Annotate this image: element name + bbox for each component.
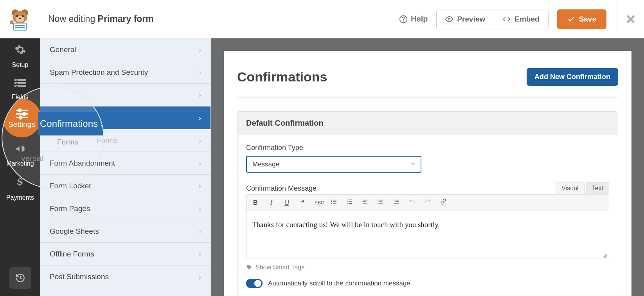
header: Now editing Primary form Help Preview Em… xyxy=(0,0,644,38)
sidebar-label: Setup xyxy=(12,61,29,69)
settings-item-form-locker[interactable]: Form Locker › xyxy=(40,175,210,197)
bullet-list-icon[interactable] xyxy=(330,199,337,207)
svg-point-12 xyxy=(403,21,404,21)
align-center-icon[interactable] xyxy=(377,199,384,207)
align-left-icon[interactable] xyxy=(362,199,369,207)
save-button[interactable]: Save xyxy=(557,9,606,29)
settings-item-label: Spam Protection and Security xyxy=(50,68,148,77)
close-icon xyxy=(625,13,637,25)
settings-item-label: Offline Forms xyxy=(50,250,94,258)
svg-point-13 xyxy=(448,18,450,20)
main-content: Confirmations Add New Confirmation Defau… xyxy=(224,51,631,296)
settings-item-form-pages[interactable]: Form Pages › xyxy=(40,197,210,220)
quote-icon[interactable]: ❝ xyxy=(299,199,306,207)
check-icon xyxy=(567,15,575,23)
redo-icon[interactable] xyxy=(424,199,431,207)
header-actions: Help Preview Embed Save xyxy=(399,0,644,38)
eye-icon xyxy=(445,15,453,23)
confirmation-box: Default Confirmation Confirmation Type M… xyxy=(237,111,618,296)
chevron-right-icon: › xyxy=(199,136,201,145)
chevron-right-icon: › xyxy=(199,91,201,99)
confirmation-box-title: Default Confirmation xyxy=(237,112,618,135)
close-button[interactable] xyxy=(617,0,644,38)
chevron-right-icon: › xyxy=(199,273,201,281)
app-logo[interactable] xyxy=(0,0,40,38)
italic-icon[interactable]: I xyxy=(268,199,275,207)
settings-item-label: Post Submissions xyxy=(50,273,109,281)
svg-point-36 xyxy=(331,203,332,204)
toggle-knob xyxy=(254,280,261,287)
svg-rect-35 xyxy=(333,201,336,202)
settings-item-label: Form Abandonment xyxy=(50,159,115,168)
auto-scroll-toggle[interactable] xyxy=(246,279,263,288)
chevron-right-icon: › xyxy=(199,250,201,258)
settings-item-label: Google Sheets xyxy=(50,227,99,236)
preview-label: Preview xyxy=(457,15,485,23)
auto-scroll-toggle-row: Automatically scroll to the confirmation… xyxy=(246,279,609,288)
page-title: Confirmations xyxy=(237,69,327,85)
svg-rect-37 xyxy=(333,203,336,203)
sidebar-item-marketing[interactable]: Marketing xyxy=(0,138,40,171)
confirmation-message-input[interactable]: Thanks for contacting us! We will be in … xyxy=(246,211,609,258)
undo-icon[interactable] xyxy=(408,199,416,207)
settings-item-offline-forms[interactable]: Offline Forms › xyxy=(40,243,210,265)
settings-item-confirmations[interactable]: Confirmations › xyxy=(40,106,210,129)
add-confirmation-button[interactable]: Add New Confirmation xyxy=(527,68,618,86)
svg-point-10 xyxy=(10,20,14,24)
chevron-right-icon: › xyxy=(199,182,201,190)
settings-item-form-abandonment[interactable]: Form Abandonment › xyxy=(40,152,210,175)
settings-item-post-submissions[interactable]: Post Submissions › xyxy=(40,265,210,288)
embed-button[interactable]: Embed xyxy=(494,9,548,29)
sidebar-item-settings[interactable]: Settings xyxy=(0,105,40,138)
align-right-icon[interactable] xyxy=(393,199,400,207)
strikethrough-icon[interactable]: ABC xyxy=(315,200,322,206)
editor-tab-text[interactable]: Text xyxy=(586,182,609,194)
svg-rect-7 xyxy=(14,23,26,30)
settings-item-label: Form Locker xyxy=(50,182,92,190)
sidebar-label: Payments xyxy=(6,194,34,201)
svg-point-34 xyxy=(331,201,332,202)
settings-sidebar: General › Spam Protection and Security ›… xyxy=(40,38,211,296)
settings-item-spam[interactable]: Spam Protection and Security › xyxy=(40,61,210,84)
auto-scroll-label: Automatically scroll to the confirmation… xyxy=(268,280,410,287)
editor-toolbar: B I U ❝ ABC 123 xyxy=(246,195,609,211)
chevron-right-icon: › xyxy=(199,204,201,213)
resize-handle-icon[interactable]: ◢ xyxy=(603,252,608,257)
revisions-button[interactable] xyxy=(9,267,31,289)
settings-item-google-sheets[interactable]: Google Sheets › xyxy=(40,220,210,243)
list-icon xyxy=(14,78,26,90)
editor-tab-visual[interactable]: Visual xyxy=(556,182,584,194)
smart-tags-label: Show Smart Tags xyxy=(255,264,304,271)
link-icon[interactable] xyxy=(440,199,447,207)
settings-item-label: Confirmations xyxy=(50,114,95,122)
svg-rect-19 xyxy=(16,86,18,87)
svg-point-23 xyxy=(21,114,23,117)
svg-point-6 xyxy=(19,18,21,19)
confirmation-type-select[interactable]: Message xyxy=(246,156,421,173)
sidebar-item-payments[interactable]: Payments xyxy=(0,171,40,205)
svg-rect-18 xyxy=(16,83,18,84)
sidebar-item-fields[interactable]: Fields xyxy=(0,72,40,105)
sidebar-item-setup[interactable]: Setup xyxy=(0,38,40,72)
confirmation-type-label: Confirmation Type xyxy=(246,144,609,152)
mascot-icon xyxy=(8,7,32,31)
dollar-icon xyxy=(16,177,24,191)
show-smart-tags-link[interactable]: Show Smart Tags xyxy=(246,264,609,271)
page-header: Confirmations Add New Confirmation xyxy=(237,68,618,98)
admin-sidebar: Setup Fields Settings Marketing Payments xyxy=(0,38,40,296)
underline-icon[interactable]: U xyxy=(283,199,290,207)
settings-item-general[interactable]: General › xyxy=(40,38,210,61)
numbered-list-icon[interactable]: 123 xyxy=(346,199,353,207)
sidebar-label: Settings xyxy=(9,127,32,134)
preview-embed-group: Preview Embed xyxy=(436,9,548,29)
bold-icon[interactable]: B xyxy=(252,199,259,207)
svg-point-32 xyxy=(331,200,332,201)
svg-point-25 xyxy=(18,117,20,120)
chevron-right-icon: › xyxy=(199,68,201,77)
confirmation-type-select-wrap: Message xyxy=(246,156,421,173)
embed-icon xyxy=(503,15,511,23)
preview-button[interactable]: Preview xyxy=(437,9,494,29)
settings-item-conversational-forms[interactable]: Forms › xyxy=(40,129,210,152)
settings-item-notifications[interactable]: › xyxy=(40,84,210,106)
help-link[interactable]: Help xyxy=(399,14,428,23)
